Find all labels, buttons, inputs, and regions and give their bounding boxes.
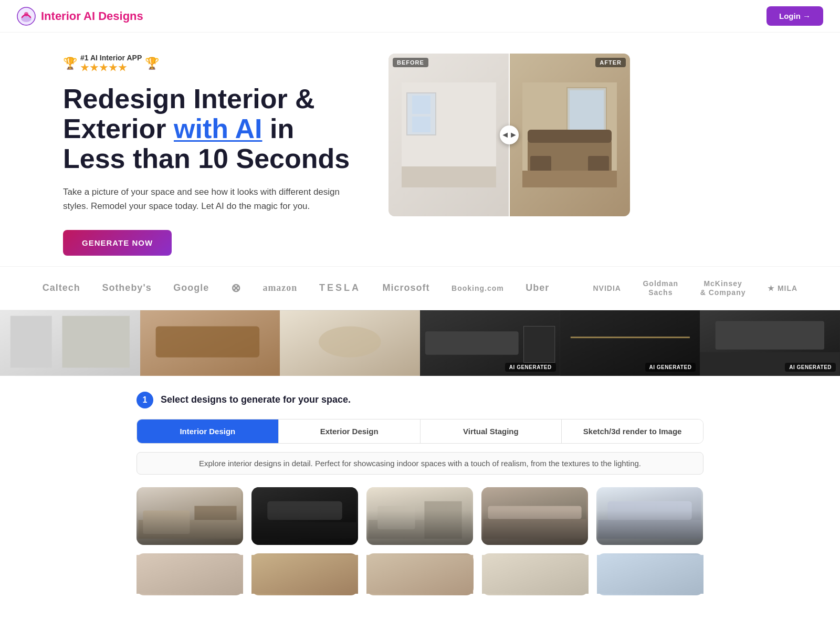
strip-svg-2 xyxy=(140,310,280,376)
bottom-style-row xyxy=(136,553,704,595)
logo-text: Interior AI Designs xyxy=(41,9,143,23)
step-label: Select designs to generate for your spac… xyxy=(161,394,351,405)
svg-rect-32 xyxy=(570,337,689,338)
brand-sothebys: Sotheby's xyxy=(102,282,151,293)
before-room-image xyxy=(388,54,509,216)
brand-microsoft: Microsoft xyxy=(383,282,430,293)
laurel-right: 🏆 xyxy=(145,57,159,70)
style-card-contemporary[interactable]: CONTEMPORARY xyxy=(481,487,588,545)
strip-photo-5: AI GENERATED xyxy=(560,310,700,376)
strip-svg-3 xyxy=(280,310,420,376)
svg-rect-14 xyxy=(588,156,609,172)
heading-highlight: with AI xyxy=(174,113,262,144)
brand-mila: ★ MILA xyxy=(768,284,797,292)
strip-photo-4: AI GENERATED xyxy=(420,310,560,376)
step-number: 1 xyxy=(136,392,153,408)
svg-rect-56 xyxy=(366,555,473,594)
award-badge: 🏆 #1 AI Interior APP ★★★★★ 🏆 xyxy=(63,54,357,74)
hero-left: 🏆 #1 AI Interior APP ★★★★★ 🏆 Redesign In… xyxy=(63,54,357,256)
svg-rect-19 xyxy=(62,316,130,368)
bottom-style-card-4[interactable] xyxy=(482,553,589,595)
laurel-left: 🏆 xyxy=(63,57,77,70)
tab-interior-design[interactable]: Interior Design xyxy=(137,419,279,443)
main-section: 1 Select designs to generate for your sp… xyxy=(0,376,840,611)
tab-exterior-design[interactable]: Exterior Design xyxy=(279,419,421,443)
svg-rect-7 xyxy=(402,166,496,187)
brand-meta: ⊗ xyxy=(231,281,241,295)
ai-badge-5: AI GENERATED xyxy=(645,363,696,372)
svg-rect-55 xyxy=(251,555,358,594)
tab-bar: Interior Design Exterior Design Virtual … xyxy=(136,419,704,444)
award-text: #1 AI Interior APP xyxy=(80,54,142,62)
bottom-svg-4 xyxy=(482,553,589,595)
hero-heading: Redesign Interior & Exterior with AI in … xyxy=(63,84,357,174)
svg-rect-22 xyxy=(155,326,259,357)
svg-rect-29 xyxy=(524,326,555,362)
heading-part1: Redesign Interior & xyxy=(63,83,315,114)
style-card-scandinavian[interactable]: SCANDINAVIAN xyxy=(366,487,473,545)
style-overlay-airbnb xyxy=(596,487,703,545)
strip-photo-1 xyxy=(0,310,140,376)
after-label: AFTER xyxy=(595,58,626,67)
style-overlay-scandinavian xyxy=(366,487,473,545)
photo-strip: AI GENERATED AI GENERATED AI GENERATED xyxy=(0,310,840,376)
tab-description: Explore interior designs in detail. Perf… xyxy=(136,452,704,475)
logo-icon xyxy=(17,7,36,26)
heading-part2: Exterior xyxy=(63,113,174,144)
step-header: 1 Select designs to generate for your sp… xyxy=(136,392,704,408)
style-overlay-modern xyxy=(136,487,243,545)
hero-right: BEFORE AFTER ◄ xyxy=(388,54,630,216)
bottom-svg-5 xyxy=(597,553,704,595)
ai-badge-4: AI GENERATED xyxy=(505,363,556,372)
brand-amazon: amazon xyxy=(262,282,297,293)
hero-section: 🏆 #1 AI Interior APP ★★★★★ 🏆 Redesign In… xyxy=(0,33,840,266)
brand-google: Google xyxy=(173,282,209,293)
tab-virtual-staging[interactable]: Virtual Staging xyxy=(421,419,562,443)
svg-rect-12 xyxy=(528,130,612,143)
svg-rect-13 xyxy=(530,156,551,172)
brand-nvidia: NVIDIA xyxy=(593,284,621,292)
after-room-svg xyxy=(522,82,617,187)
bottom-style-card-1[interactable] xyxy=(136,553,243,595)
before-panel: BEFORE xyxy=(388,54,509,216)
logo-area: Interior AI Designs xyxy=(17,7,143,26)
svg-rect-6 xyxy=(412,117,430,132)
header: Interior AI Designs Login → xyxy=(0,0,840,33)
brand-tesla: TESLA xyxy=(319,282,361,293)
svg-rect-15 xyxy=(522,171,617,187)
before-after-widget: BEFORE AFTER ◄ xyxy=(388,54,630,216)
svg-rect-28 xyxy=(425,331,519,354)
brands-bar: Caltech Sotheby's Google ⊗ amazon TESLA … xyxy=(0,266,840,310)
tab-sketch-render[interactable]: Sketch/3d render to Image xyxy=(562,419,703,443)
login-button[interactable]: Login → xyxy=(766,6,823,26)
style-overlay-contemporary xyxy=(481,487,588,545)
bottom-style-card-2[interactable] xyxy=(251,553,358,595)
stars: ★★★★★ xyxy=(80,62,142,74)
style-card-airbnb[interactable]: AIRBNB xyxy=(596,487,703,545)
brand-mckinsey: McKinsey& Company xyxy=(700,279,746,297)
svg-rect-36 xyxy=(716,321,824,349)
after-room-image xyxy=(509,54,630,216)
svg-rect-18 xyxy=(10,316,52,368)
style-grid: MODERN MINIMALIST xyxy=(136,487,704,545)
before-room-svg xyxy=(402,82,496,187)
generate-now-button[interactable]: GENERATE NOW xyxy=(63,230,172,256)
heading-part4: Less than 10 Seconds xyxy=(63,143,350,174)
bottom-style-card-5[interactable] xyxy=(597,553,704,595)
brand-uber: Uber xyxy=(526,282,549,293)
slider-handle[interactable]: ◄► xyxy=(500,125,519,144)
svg-point-25 xyxy=(319,326,381,357)
bottom-svg-2 xyxy=(251,553,358,595)
bottom-svg-3 xyxy=(366,553,473,595)
strip-photo-3 xyxy=(280,310,420,376)
strip-svg-1 xyxy=(0,310,140,376)
brand-caltech: Caltech xyxy=(43,282,80,293)
brand-goldman: GoldmanSachs xyxy=(643,279,678,297)
style-card-modern[interactable]: MODERN xyxy=(136,487,243,545)
hero-subtitle: Take a picture of your space and see how… xyxy=(63,185,357,213)
before-label: BEFORE xyxy=(393,58,428,67)
style-card-minimalist[interactable]: MINIMALIST xyxy=(251,487,358,545)
svg-rect-58 xyxy=(597,555,704,594)
bottom-style-card-3[interactable] xyxy=(366,553,473,595)
ai-badge-6: AI GENERATED xyxy=(785,363,836,372)
